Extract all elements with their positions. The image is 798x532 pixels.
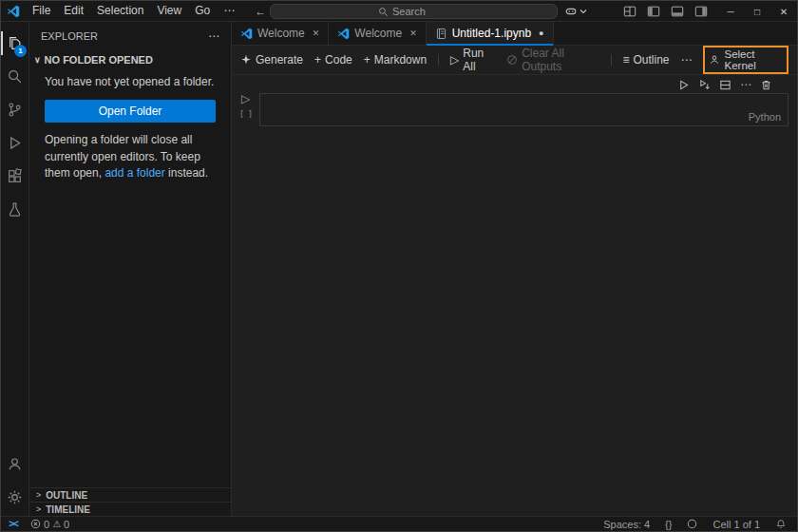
- activity-run-debug-button[interactable]: [1, 126, 28, 160]
- status-bar-right: Spaces: 4 {} Cell 1 of 1: [598, 519, 797, 530]
- run-all-icon: ▷: [450, 53, 459, 66]
- cell-more-actions-button[interactable]: ⋯: [740, 78, 751, 91]
- execution-count: [ ]: [239, 109, 252, 119]
- customize-layout-icon[interactable]: [623, 5, 636, 18]
- problems-indicator[interactable]: 0 ⚠ 0: [26, 517, 74, 531]
- timeline-panel-header[interactable]: > TIMELINE: [29, 502, 231, 516]
- chevron-down-icon: ∨: [34, 55, 41, 65]
- notifications-bell-icon[interactable]: [770, 519, 791, 530]
- command-center-search[interactable]: [270, 4, 558, 19]
- delete-cell-button[interactable]: [760, 79, 772, 91]
- chevron-right-icon: >: [36, 504, 41, 514]
- kernel-status-icon[interactable]: [682, 519, 702, 529]
- menu-selection[interactable]: Selection: [90, 1, 150, 21]
- account-icon: [7, 456, 23, 472]
- activity-search-button[interactable]: [1, 60, 28, 93]
- copilot-icon: [564, 5, 578, 18]
- circle-slash-icon: [506, 54, 518, 66]
- activity-source-control-button[interactable]: [1, 93, 28, 126]
- toggle-sidebar-left-icon[interactable]: [647, 5, 660, 18]
- tab-close-icon[interactable]: ✕: [409, 28, 417, 38]
- menu-edit[interactable]: Edit: [57, 1, 90, 21]
- search-icon: [7, 68, 23, 85]
- settings-button[interactable]: [1, 481, 28, 514]
- maximize-button[interactable]: □: [744, 1, 770, 22]
- toolbar-separator: [611, 54, 612, 66]
- indentation-indicator[interactable]: Spaces: 4: [598, 519, 655, 530]
- tab-untitled-notebook[interactable]: Untitled-1.ipynb ●: [427, 22, 554, 45]
- tab-welcome-1[interactable]: Welcome ✕: [232, 22, 329, 45]
- outline-panel-header[interactable]: > OUTLINE: [29, 487, 231, 502]
- cell-code-editor[interactable]: [260, 94, 788, 110]
- cell-position-indicator[interactable]: Cell 1 of 1: [708, 519, 765, 530]
- run-cell-button[interactable]: [677, 79, 690, 91]
- outline-label: Outline: [633, 53, 669, 66]
- chevron-down-icon: [580, 8, 587, 15]
- list-icon: ≡: [622, 53, 629, 66]
- flask-icon: [7, 201, 23, 218]
- explorer-sidebar: EXPLORER ⋯ ∨ NO FOLDER OPENED You have n…: [29, 22, 232, 516]
- sidebar-more-actions[interactable]: ⋯: [208, 29, 219, 43]
- accounts-button[interactable]: [1, 447, 28, 481]
- menu-more[interactable]: ⋯: [217, 1, 241, 21]
- run-all-button[interactable]: ▷ Run All: [450, 47, 495, 73]
- generate-button[interactable]: Generate: [240, 53, 303, 66]
- add-markdown-cell-button[interactable]: + Markdown: [364, 53, 427, 66]
- activity-testing-button[interactable]: [1, 193, 28, 226]
- sidebar-header: EXPLORER ⋯: [29, 22, 231, 50]
- vscode-logo-icon: [240, 28, 253, 40]
- menu-go[interactable]: Go: [188, 1, 217, 21]
- run-below-button[interactable]: [698, 79, 711, 91]
- execute-cell-button[interactable]: ▷: [241, 93, 250, 104]
- clear-all-outputs-button[interactable]: Clear All Outputs: [506, 47, 598, 73]
- sidebar-title: EXPLORER: [41, 30, 98, 42]
- select-kernel-highlight: Select Kernel: [703, 46, 788, 74]
- chevron-right-icon: >: [36, 490, 41, 500]
- add-folder-link[interactable]: add a folder: [104, 166, 164, 180]
- toggle-panel-icon[interactable]: [671, 5, 684, 18]
- extensions-icon: [7, 168, 23, 184]
- section-no-folder-opened[interactable]: ∨ NO FOLDER OPENED: [29, 50, 231, 69]
- close-button[interactable]: ✕: [770, 1, 797, 22]
- error-count: 0: [44, 519, 49, 530]
- timeline-label: TIMELINE: [46, 504, 90, 515]
- tab-bar: Welcome ✕ Welcome ✕ Untitled-1.ipynb ●: [232, 22, 797, 46]
- menu-file[interactable]: File: [26, 1, 57, 21]
- tab-label: Welcome: [257, 27, 305, 40]
- back-icon[interactable]: ←: [255, 5, 266, 18]
- activity-explorer-button[interactable]: 1: [1, 27, 28, 60]
- vscode-logo-icon: [1, 5, 26, 18]
- window-controls: ─ □ ✕: [717, 1, 797, 22]
- tab-close-icon[interactable]: ✕: [313, 28, 320, 38]
- vscode-logo-icon: [337, 28, 350, 40]
- copilot-menu-button[interactable]: [564, 4, 587, 19]
- add-code-cell-button[interactable]: + Code: [314, 53, 352, 66]
- tab-label: Untitled-1.ipynb: [452, 27, 531, 40]
- notebook-editor: ⋯ ▷ [ ] Python: [232, 75, 797, 516]
- section-label: NO FOLDER OPENED: [45, 54, 153, 66]
- more-actions-button[interactable]: ⋯: [680, 53, 692, 66]
- outline-button[interactable]: ≡ Outline: [622, 53, 669, 66]
- language-mode-indicator[interactable]: {}: [660, 519, 676, 530]
- kernel-icon: [709, 54, 720, 66]
- search-input[interactable]: [392, 6, 449, 17]
- generate-label: Generate: [256, 53, 303, 66]
- cell-language-picker[interactable]: Python: [260, 110, 788, 125]
- modified-dot-icon[interactable]: ●: [539, 28, 543, 38]
- split-cell-button[interactable]: [719, 79, 732, 91]
- empty-folder-message: You have not yet opened a folder.: [45, 74, 216, 90]
- tab-welcome-2[interactable]: Welcome ✕: [329, 22, 426, 45]
- minimize-button[interactable]: ─: [717, 1, 744, 22]
- toggle-sidebar-right-icon[interactable]: [694, 5, 708, 18]
- open-folder-button[interactable]: Open Folder: [45, 100, 216, 123]
- remote-indicator[interactable]: ><: [1, 517, 26, 531]
- markdown-label: Markdown: [374, 53, 427, 66]
- workbench-body: 1: [1, 22, 797, 516]
- menu-view[interactable]: View: [150, 1, 188, 21]
- explorer-badge: 1: [14, 45, 27, 57]
- gear-icon: [7, 489, 23, 505]
- activity-extensions-button[interactable]: [1, 160, 28, 193]
- cell-container: Python: [259, 93, 788, 126]
- menu-bar: File Edit Selection View Go ⋯: [26, 1, 241, 21]
- select-kernel-button[interactable]: Select Kernel: [709, 48, 783, 71]
